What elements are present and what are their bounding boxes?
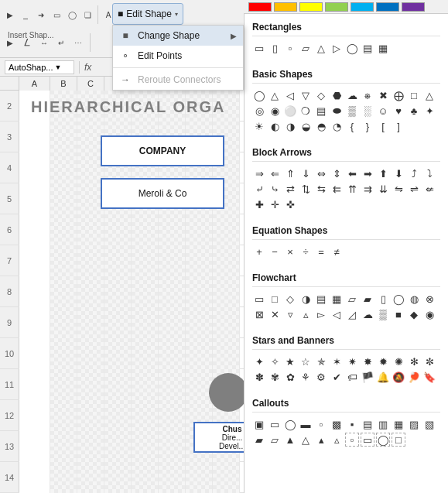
shape-item[interactable]: ◓ <box>314 119 328 133</box>
edit-shape-button[interactable]: ■ Edit Shape ▾ <box>112 3 183 25</box>
cell-a9[interactable] <box>19 307 50 338</box>
cell-c10[interactable] <box>77 338 104 369</box>
cell-c6[interactable] <box>77 214 104 245</box>
shape-item[interactable]: ▲ <box>283 433 297 447</box>
shape-item[interactable]: ⬆ <box>376 166 390 180</box>
cell-a14[interactable] <box>19 462 50 493</box>
shape-item[interactable]: ⤷ <box>268 182 282 196</box>
shape-item[interactable]: ❍ <box>299 104 313 118</box>
shape-item[interactable]: ⤶ <box>252 182 266 196</box>
cell-c9[interactable] <box>77 307 104 338</box>
shape-item[interactable]: ▰ <box>252 433 266 447</box>
cell-f10[interactable] <box>159 338 186 369</box>
shape-item[interactable]: 🔕 <box>392 370 405 384</box>
shape-item[interactable]: ✷ <box>345 354 359 368</box>
color-swatch-red[interactable] <box>248 2 272 12</box>
cell-c13[interactable] <box>77 431 104 462</box>
company-box[interactable]: COMPANY <box>101 135 224 166</box>
shape-item[interactable]: ◯ <box>252 88 266 102</box>
shape-item[interactable]: ◁ <box>330 307 344 321</box>
cell-f12[interactable] <box>159 400 186 431</box>
cell-a7[interactable] <box>19 245 50 276</box>
tool-elbow[interactable]: ↵ <box>54 36 68 50</box>
cell-d9[interactable] <box>104 307 132 338</box>
tool-line[interactable]: ⎯ <box>19 8 32 22</box>
cell-h6[interactable] <box>213 214 240 245</box>
tool-ellipse[interactable]: ◯ <box>65 8 79 22</box>
cell-b8[interactable] <box>50 276 77 307</box>
shape-item[interactable]: ⇍ <box>422 182 436 196</box>
shape-item[interactable]: ✾ <box>268 370 282 384</box>
shape-item[interactable]: ▿ <box>283 307 297 321</box>
shape-item[interactable]: ✔ <box>330 370 344 384</box>
cell-a11[interactable] <box>19 369 50 400</box>
tool-polygon[interactable]: ❏ <box>80 8 94 22</box>
cell-a12[interactable] <box>19 400 50 431</box>
shape-item[interactable]: ▤ <box>361 417 374 431</box>
shape-item[interactable]: ▭ <box>268 417 282 431</box>
shape-item[interactable]: ⤴ <box>407 166 421 180</box>
shape-item[interactable]: ÷ <box>299 245 313 258</box>
cell-h9[interactable] <box>213 307 240 338</box>
shape-item[interactable]: ▩ <box>330 417 344 431</box>
cell-a8[interactable] <box>19 276 50 307</box>
name-box[interactable]: AutoShap... ▼ <box>5 60 74 74</box>
shape-item[interactable]: ♣ <box>407 104 421 118</box>
cell-c11[interactable] <box>77 369 104 400</box>
meroli-box[interactable]: Meroli & Co <box>101 178 224 209</box>
shape-item[interactable]: ⬬ <box>330 104 344 118</box>
shape-item[interactable]: + <box>252 245 266 258</box>
shape-item[interactable]: 🏴 <box>361 370 374 384</box>
shape-item[interactable]: ▫ <box>345 433 359 447</box>
cell-b4[interactable] <box>50 152 77 183</box>
cell-c14[interactable] <box>77 462 104 493</box>
shape-item[interactable]: ✖ <box>376 88 390 102</box>
shape-item[interactable]: □ <box>392 433 405 447</box>
shape-item[interactable]: ✸ <box>361 354 374 368</box>
shape-item[interactable]: ◉ <box>268 104 282 118</box>
shape-item[interactable]: ⇊ <box>376 182 390 196</box>
shape-item[interactable]: ⇇ <box>330 182 344 196</box>
shape-item[interactable]: ◑ <box>299 292 313 306</box>
shape-item[interactable]: ➡ <box>361 166 374 180</box>
shape-item[interactable]: ▦ <box>376 41 390 55</box>
shape-item[interactable]: ✧ <box>268 354 282 368</box>
cell-b6[interactable] <box>50 214 77 245</box>
shape-item[interactable]: ✼ <box>422 354 436 368</box>
cell-f6[interactable] <box>159 214 186 245</box>
color-swatch-purple[interactable] <box>402 2 425 12</box>
shape-item[interactable]: ▱ <box>299 41 313 55</box>
col-header-c[interactable]: C <box>77 77 104 91</box>
shape-item[interactable]: ♥ <box>392 104 405 118</box>
cell-d8[interactable] <box>104 276 132 307</box>
color-swatch-green[interactable] <box>325 2 348 12</box>
cell-b11[interactable] <box>50 369 77 400</box>
cell-a3[interactable] <box>19 122 50 152</box>
shape-item[interactable]: ✕ <box>268 307 282 321</box>
cell-d10[interactable] <box>104 338 132 369</box>
color-swatch-orange[interactable] <box>274 2 297 12</box>
shape-item[interactable]: ✚ <box>252 197 266 211</box>
shape-item[interactable]: ≠ <box>330 245 344 258</box>
shape-item[interactable]: = <box>314 245 328 258</box>
shape-item[interactable]: ⚪ <box>283 104 297 118</box>
shape-item[interactable]: ⇓ <box>299 166 313 180</box>
shape-item[interactable]: ⬇ <box>392 166 405 180</box>
shape-item[interactable]: ◑ <box>283 119 297 133</box>
shape-item[interactable]: ✺ <box>392 354 405 368</box>
shape-item[interactable]: ▫ <box>314 417 328 431</box>
cell-g6[interactable] <box>186 214 213 245</box>
cell-e7[interactable] <box>132 245 159 276</box>
shape-item[interactable]: − <box>268 245 282 258</box>
shape-item[interactable]: × <box>283 245 297 258</box>
shape-item[interactable]: ⇉ <box>361 182 374 196</box>
shape-item[interactable]: ⨁ <box>392 88 405 102</box>
shape-item[interactable]: ▦ <box>392 417 405 431</box>
shape-item[interactable]: ⬣ <box>330 88 344 102</box>
tool-select[interactable]: ▶ <box>3 8 17 22</box>
shape-item[interactable]: ▒ <box>345 104 359 118</box>
shape-item[interactable]: ▰ <box>361 292 374 306</box>
shape-item[interactable]: ✛ <box>268 197 282 211</box>
shape-item[interactable]: ▱ <box>268 433 282 447</box>
shape-item[interactable]: ■ <box>392 307 405 321</box>
